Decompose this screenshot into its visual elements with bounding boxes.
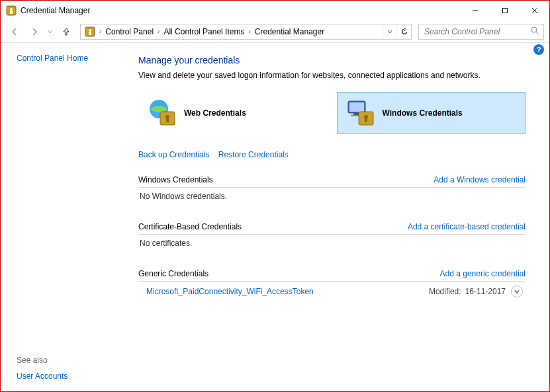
app-icon [6,5,17,16]
left-panel: Control Panel Home See also User Account… [1,43,133,391]
search-box[interactable] [418,24,544,40]
control-panel-home-link[interactable]: Control Panel Home [17,54,128,63]
breadcrumb-dropdown[interactable] [382,24,396,39]
cert-credentials-section-header: Certificate-Based Credentials Add a cert… [138,219,526,235]
svg-rect-22 [365,118,367,122]
credential-tiles: Web Credentials Windows Credentials [138,92,526,134]
content-area: Control Panel Home See also User Account… [1,43,549,391]
refresh-button[interactable] [396,24,411,39]
user-accounts-link[interactable]: User Accounts [17,372,128,381]
action-links: Back up Credentials Restore Credentials [138,150,526,159]
svg-rect-2 [10,11,13,14]
forward-button[interactable] [26,23,43,40]
svg-line-11 [536,32,539,34]
chevron-right-icon[interactable]: › [97,28,104,35]
breadcrumb-item[interactable]: All Control Panel Items [162,26,246,38]
main-panel: ? Manage your credentials View and delet… [133,43,549,391]
modified-label: Modified: [429,287,461,296]
maximize-button[interactable] [490,1,520,20]
page-title: Manage your credentials [138,55,526,65]
search-input[interactable] [423,26,531,37]
expand-button[interactable] [511,286,523,297]
minimize-button[interactable] [460,1,490,20]
help-icon[interactable]: ? [533,44,544,55]
close-button[interactable] [520,1,549,20]
windows-credentials-empty: No Windows credentials. [138,188,526,205]
modified-date: 16-11-2017 [465,287,506,296]
add-windows-credential-link[interactable]: Add a Windows credential [434,175,526,184]
chevron-right-icon[interactable]: › [155,28,162,35]
svg-rect-9 [89,32,91,35]
svg-point-8 [89,29,91,32]
web-credentials-label: Web Credentials [184,108,246,118]
window-title: Credential Manager [21,6,90,15]
web-credentials-tile[interactable]: Web Credentials [138,92,328,134]
svg-rect-17 [349,102,364,112]
add-cert-credential-link[interactable]: Add a certificate-based credential [408,222,526,231]
window-controls [460,1,549,20]
section-heading: Generic Credentials [138,269,208,278]
web-credentials-icon [146,97,177,129]
title-bar: Credential Manager [1,1,549,20]
restore-credentials-link[interactable]: Restore Credentials [218,150,289,159]
svg-rect-15 [166,118,169,122]
page-description: View and delete your saved logon informa… [138,71,526,80]
credential-row[interactable]: Microsoft_PaidConnectivity_WiFi_AccessTo… [138,282,526,301]
add-generic-credential-link[interactable]: Add a generic credential [440,269,526,278]
cert-credentials-empty: No certificates. [138,235,526,252]
back-button[interactable] [6,23,23,40]
section-heading: Windows Credentials [138,175,213,184]
address-bar: › Control Panel › All Control Panel Item… [1,20,549,43]
svg-rect-4 [502,9,507,13]
generic-credentials-section-header: Generic Credentials Add a generic creden… [138,266,526,282]
breadcrumb-item[interactable]: Credential Manager [253,26,326,38]
section-heading: Certificate-Based Credentials [138,222,242,231]
breadcrumb-icon [85,26,95,37]
svg-point-1 [10,8,13,11]
windows-credentials-tile[interactable]: Windows Credentials [337,92,526,134]
breadcrumb-item[interactable]: Control Panel [104,26,155,38]
breadcrumb[interactable]: › Control Panel › All Control Panel Item… [80,24,412,40]
chevron-right-icon[interactable]: › [246,28,253,35]
windows-credentials-icon [344,97,376,129]
backup-credentials-link[interactable]: Back up Credentials [138,150,209,159]
windows-credentials-label: Windows Credentials [383,108,463,118]
search-icon[interactable] [531,26,539,37]
up-button[interactable] [58,23,75,40]
credential-name: Microsoft_PaidConnectivity_WiFi_AccessTo… [146,287,429,296]
see-also-heading: See also [17,356,128,365]
svg-point-10 [531,27,537,32]
windows-credentials-section-header: Windows Credentials Add a Windows creden… [138,173,526,188]
recent-locations-button[interactable] [46,23,55,40]
